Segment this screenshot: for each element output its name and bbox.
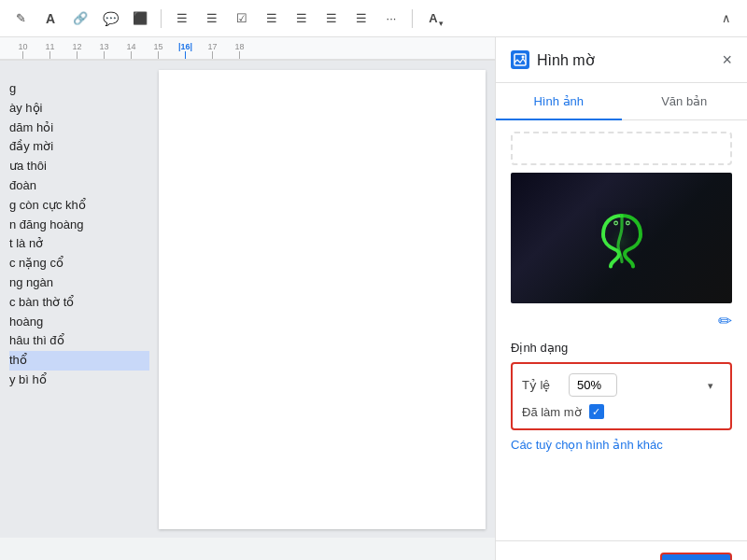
- text-line: đoàn: [9, 176, 149, 196]
- outdent-icon[interactable]: ☰: [348, 6, 374, 32]
- panel-header: Hình mờ ×: [496, 37, 747, 83]
- document-area: 10 11 12 13 14 15 |16| 17 18 g ày hội dă…: [0, 37, 495, 538]
- image-upload-area[interactable]: [511, 132, 732, 165]
- ratio-row: Tỷ lệ 50% 100% 75% 25%: [522, 373, 721, 397]
- panel-footer: Hủy Xong: [496, 540, 747, 560]
- ruler-mark-17: 17: [199, 42, 226, 59]
- cancel-button[interactable]: Hủy: [591, 553, 653, 560]
- format-box: Tỷ lệ 50% 100% 75% 25% Đã làm mờ ✓: [511, 362, 732, 430]
- align2-icon[interactable]: ☰: [199, 6, 225, 32]
- toolbar: ✎ A 🔗 💬 ⬛ ☰ ☰ ☑ ☰ ☰ ☰ ☰ ··· A ▾ ∧: [0, 0, 747, 37]
- numlist-icon[interactable]: ☰: [289, 6, 315, 32]
- image-preview: [511, 173, 732, 303]
- format-section-label: Định dạng: [511, 341, 732, 355]
- ruler-mark-14: 14: [118, 42, 145, 59]
- options-link[interactable]: Các tuỳ chọn hình ảnh khác: [511, 438, 732, 452]
- ruler-mark-18: 18: [226, 42, 253, 59]
- doc-scroll: g ày hội dăm hỏi đầy mời ưa thôi đoàn g …: [0, 61, 495, 538]
- ruler-mark-10: 10: [9, 42, 36, 59]
- ruler: 10 11 12 13 14 15 |16| 17 18: [0, 37, 495, 60]
- text-line: n đăng hoàng: [9, 216, 149, 235]
- text-icon[interactable]: A: [37, 6, 63, 32]
- ruler-mark-11: 11: [36, 42, 63, 59]
- text-line: dăm hỏi: [9, 119, 149, 138]
- text-line: c bàn thờ tổ: [9, 293, 149, 313]
- blur-row: Đã làm mờ ✓: [522, 404, 721, 419]
- panel-icon: [511, 50, 529, 69]
- blur-checkbox[interactable]: ✓: [589, 404, 604, 419]
- checklist-icon[interactable]: ☑: [229, 6, 255, 32]
- indent-icon[interactable]: ☰: [318, 6, 345, 32]
- sep1: [161, 9, 162, 28]
- ruler-wrapper: 10 11 12 13 14 15 |16| 17 18: [0, 37, 495, 61]
- text-line: ày hội: [9, 99, 149, 119]
- ruler-mark-13: 13: [91, 42, 118, 59]
- tab-image[interactable]: Hình ảnh: [496, 83, 622, 119]
- text-line-selected: thổ: [9, 351, 149, 371]
- blur-label: Đã làm mờ: [522, 405, 582, 419]
- edit-icon-row: ✏: [511, 311, 732, 331]
- text-line: hâu thì đổ: [9, 331, 149, 351]
- edit-image-icon[interactable]: ✏: [718, 311, 732, 331]
- ratio-label: Tỷ lệ: [522, 378, 569, 392]
- ruler-mark-16: |16|: [172, 42, 199, 59]
- text-line: đầy mời: [9, 137, 149, 157]
- text-line: ưa thôi: [9, 157, 149, 176]
- align-icon[interactable]: ☰: [169, 6, 195, 32]
- ruler-mark-15: 15: [145, 42, 172, 59]
- ruler-content: 10 11 12 13 14 15 |16| 17 18: [0, 37, 253, 59]
- panel-body: ✏ Định dạng Tỷ lệ 50% 100% 75% 25%: [496, 120, 747, 540]
- text-line: g: [9, 79, 149, 99]
- svg-point-6: [603, 219, 641, 264]
- text-color-icon[interactable]: A ▾: [420, 6, 446, 32]
- text-line: y bì hổ: [9, 371, 149, 390]
- main-container: 10 11 12 13 14 15 |16| 17 18 g ày hội dă…: [0, 37, 747, 538]
- text-line: g còn cực khổ: [9, 196, 149, 216]
- tab-text[interactable]: Văn bản: [622, 83, 748, 119]
- image-icon[interactable]: ⬛: [127, 6, 153, 32]
- ruler-mark-12: 12: [63, 42, 91, 59]
- svg-point-1: [522, 56, 525, 59]
- ratio-select-wrapper: 50% 100% 75% 25%: [569, 373, 721, 397]
- white-page: [159, 70, 486, 529]
- close-icon[interactable]: ×: [722, 51, 732, 68]
- text-line: c nặng cổ: [9, 254, 149, 273]
- panel-tabs: Hình ảnh Văn bản: [496, 83, 747, 120]
- ratio-select[interactable]: 50% 100% 75% 25%: [569, 373, 617, 397]
- text-line: ng ngàn: [9, 273, 149, 293]
- expand-icon[interactable]: ∧: [713, 6, 740, 32]
- list-icon[interactable]: ☰: [259, 6, 285, 32]
- done-button[interactable]: Xong: [660, 553, 732, 560]
- panel-title: Hình mờ: [537, 51, 722, 69]
- text-line: hoàng: [9, 313, 149, 332]
- text-column: g ày hội dăm hỏi đầy mời ưa thôi đoàn g …: [0, 70, 149, 529]
- pencil-icon[interactable]: ✎: [7, 6, 34, 32]
- link-icon[interactable]: 🔗: [67, 6, 93, 32]
- comment-icon[interactable]: 💬: [97, 6, 123, 32]
- sep2: [412, 9, 413, 28]
- more-icon[interactable]: ···: [378, 6, 404, 32]
- text-line: t là nở: [9, 234, 149, 254]
- side-panel: Hình mờ × Hình ảnh Văn bản: [495, 37, 747, 560]
